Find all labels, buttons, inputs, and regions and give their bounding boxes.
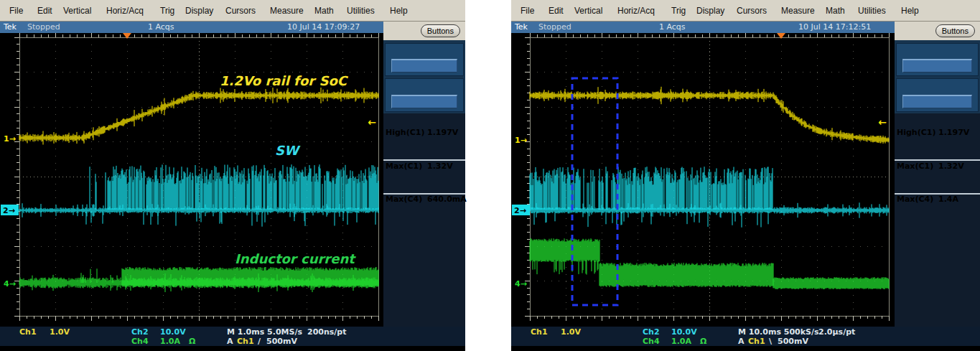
divider bbox=[895, 159, 980, 161]
toolbar-corner: Buttons bbox=[895, 22, 980, 40]
channel-readout-bar: Ch1 1.0V Ch2 10.0V M 10.0ms 500kS/s 2.0µ… bbox=[511, 327, 980, 346]
menu-file[interactable]: File bbox=[9, 6, 23, 16]
menu-vertical[interactable]: Vertical bbox=[574, 6, 602, 16]
svg-text:4→: 4→ bbox=[4, 279, 16, 289]
acquisition-state: Stopped bbox=[538, 22, 571, 32]
menu-horiz-acq[interactable]: Horiz/Acq bbox=[617, 6, 655, 16]
trigger-level-arrow: ← bbox=[368, 116, 376, 128]
menu-math[interactable]: Math bbox=[826, 6, 845, 16]
measurement-value: 1.32V bbox=[427, 162, 453, 171]
soft-menu-button[interactable] bbox=[391, 95, 457, 108]
menu-utilities[interactable]: Utilities bbox=[858, 6, 886, 16]
menu-trig[interactable]: Trig bbox=[671, 6, 686, 16]
acquisition-count: 1 Acqs bbox=[148, 22, 174, 32]
trace-ch2-sw-node bbox=[530, 167, 889, 228]
measurement-value: 1.197V bbox=[938, 128, 969, 137]
waveform-screen: 1.2Vo rail for SoCSWInductor current1→2→… bbox=[0, 33, 383, 327]
menu-help[interactable]: Help bbox=[390, 6, 408, 16]
measurement-row: Max(C1) 1.32V bbox=[897, 162, 979, 172]
svg-text:4→: 4→ bbox=[515, 279, 527, 289]
measurement-row: Max(C4) 640.0mA bbox=[386, 195, 464, 205]
divider bbox=[383, 159, 465, 161]
brand-label: Tek bbox=[4, 22, 17, 32]
trigger-prefix: A bbox=[738, 337, 745, 346]
menu-measure[interactable]: Measure bbox=[270, 6, 304, 16]
measurement-label: Max(C4) bbox=[386, 195, 422, 204]
measurement-row: Max(C1) 1.32V bbox=[386, 162, 464, 172]
ch4-label: Ch4 bbox=[131, 337, 149, 346]
measurement-value: 1.197V bbox=[427, 128, 458, 137]
menu-vertical[interactable]: Vertical bbox=[63, 6, 91, 16]
ch2-scale: 10.0V bbox=[160, 327, 186, 337]
trigger-level: 500mV bbox=[778, 337, 808, 346]
ch2-label: Ch2 bbox=[643, 327, 660, 337]
trigger-slope-icon: / bbox=[258, 337, 261, 346]
status-bar: Tek Stopped 1 Acqs 10 Jul 14 17:09:27 bbox=[0, 22, 383, 33]
ch1-scale: 1.0V bbox=[561, 327, 581, 337]
measurement-row: High(C1) 1.197V bbox=[386, 128, 464, 138]
svg-text:2→: 2→ bbox=[3, 206, 15, 215]
timestamp: 10 Jul 14 17:12:51 bbox=[798, 22, 871, 32]
menu-file[interactable]: File bbox=[521, 6, 534, 16]
soft-menu-button[interactable] bbox=[902, 95, 972, 108]
svg-text:1.2Vo rail for SoC: 1.2Vo rail for SoC bbox=[220, 73, 349, 88]
trigger-position-marker bbox=[123, 33, 131, 39]
menu-display[interactable]: Display bbox=[696, 6, 724, 16]
menu-horiz-acq[interactable]: Horiz/Acq bbox=[106, 6, 144, 16]
timebase-readout: M 1.0ms 5.0MS/s bbox=[227, 327, 302, 337]
measurement-label: High(C1) bbox=[897, 128, 935, 137]
waveform-display: 1→2→4→← bbox=[511, 33, 895, 327]
trigger-level-arrow: ← bbox=[878, 116, 887, 128]
channel-readout-bar: Ch1 1.0V Ch2 10.0V M 1.0ms 5.0MS/s 200ns… bbox=[0, 327, 465, 346]
buttons-button[interactable]: Buttons bbox=[935, 24, 975, 37]
svg-text:1→: 1→ bbox=[515, 136, 527, 145]
menu-cursors[interactable]: Cursors bbox=[225, 6, 256, 16]
soft-menu-panel bbox=[896, 78, 979, 112]
toolbar-corner: Buttons bbox=[383, 22, 465, 40]
measurement-label: High(C1) bbox=[386, 128, 424, 137]
menu-edit[interactable]: Edit bbox=[549, 6, 564, 16]
coupling-symbol: Ω bbox=[700, 337, 706, 346]
soft-menu-panel bbox=[896, 43, 979, 76]
acquisition-state: Stopped bbox=[27, 22, 60, 32]
menu-cursors[interactable]: Cursors bbox=[737, 6, 767, 16]
menu-bar: File Edit Vertical Horiz/Acq Trig Displa… bbox=[511, 0, 980, 22]
menu-math[interactable]: Math bbox=[314, 6, 334, 16]
menu-edit[interactable]: Edit bbox=[37, 6, 52, 16]
soft-menu-panel bbox=[385, 43, 464, 76]
waveform-display: 1.2Vo rail for SoCSWInductor current1→2→… bbox=[0, 33, 383, 327]
coupling-symbol: Ω bbox=[189, 337, 195, 346]
svg-text:Inductor current: Inductor current bbox=[235, 251, 356, 266]
buttons-button[interactable]: Buttons bbox=[421, 24, 460, 37]
side-panel: High(C1) 1.197V Max(C1) 1.32V Max(C4) 1.… bbox=[895, 33, 980, 327]
ch1-label: Ch1 bbox=[19, 327, 37, 337]
resolution-readout: 200ns/pt bbox=[307, 327, 347, 337]
measurement-readouts: High(C1) 1.197V Max(C1) 1.32V Max(C4) 1.… bbox=[895, 113, 980, 327]
menu-trig[interactable]: Trig bbox=[160, 6, 174, 16]
soft-menu-button[interactable] bbox=[902, 59, 972, 72]
menu-bar: File Edit Vertical Horiz/Acq Trig Displa… bbox=[0, 0, 465, 22]
menu-display[interactable]: Display bbox=[185, 6, 213, 16]
side-panel: High(C1) 1.197V Max(C1) 1.32V Max(C4) 64… bbox=[383, 33, 465, 327]
trace-ch1-output-rail bbox=[19, 88, 378, 145]
waveform-screen: 1→2→4→← bbox=[511, 33, 895, 327]
brand-label: Tek bbox=[515, 22, 528, 32]
timebase-readout: M 10.0ms 500kS/s bbox=[738, 327, 819, 337]
measurement-row: High(C1) 1.197V bbox=[897, 128, 979, 138]
resolution-readout: 2.0µs/pt bbox=[818, 327, 855, 337]
oscilloscope-capture-left: File Edit Vertical Horiz/Acq Trig Displa… bbox=[0, 0, 465, 351]
status-bar: Tek Stopped 1 Acqs 10 Jul 14 17:12:51 bbox=[511, 22, 895, 33]
ch2-scale: 10.0V bbox=[671, 327, 697, 337]
trigger-source: Ch1 bbox=[748, 337, 765, 346]
trigger-level: 500mV bbox=[266, 337, 297, 346]
soft-menu-button[interactable] bbox=[391, 59, 457, 72]
measurement-readouts: High(C1) 1.197V Max(C1) 1.32V Max(C4) 64… bbox=[383, 113, 465, 327]
menu-utilities[interactable]: Utilities bbox=[347, 6, 375, 16]
channel-markers: 1→2→4→ bbox=[1, 134, 19, 289]
measurement-label: Max(C1) bbox=[386, 162, 422, 171]
measurement-value: 1.32V bbox=[938, 162, 964, 171]
menu-measure[interactable]: Measure bbox=[781, 6, 815, 16]
trigger-prefix: A bbox=[227, 337, 233, 346]
menu-help[interactable]: Help bbox=[901, 6, 919, 16]
timestamp: 10 Jul 14 17:09:27 bbox=[287, 22, 360, 32]
